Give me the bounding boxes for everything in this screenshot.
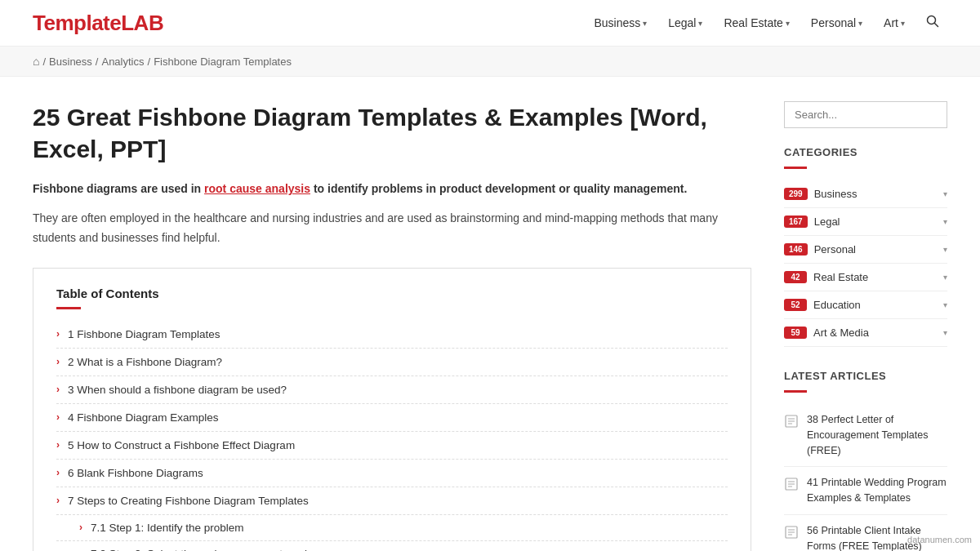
chevron-down-icon: ▾: [943, 245, 947, 254]
category-badge: 59: [784, 327, 807, 339]
category-label: Real Estate: [813, 271, 937, 283]
logo-template-text: Template: [33, 11, 121, 35]
toc-item[interactable]: ›6 Blank Fishbone Diagrams: [56, 460, 728, 487]
chevron-down-icon: ▾: [698, 19, 702, 28]
toc-sub-item[interactable]: ›7.1 Step 1: Identify the problem: [56, 515, 728, 541]
category-item[interactable]: 299Business▾: [784, 180, 947, 208]
article-title: 38 Perfect Letter of Encouragement Templ…: [807, 412, 947, 458]
content-area: 25 Great Fishbone Diagram Templates & Ex…: [33, 101, 751, 551]
toc-item[interactable]: ›3 When should a fishbone diagram be use…: [56, 376, 728, 404]
article-title: 41 Printable Wedding Program Examples & …: [807, 475, 947, 506]
toc-divider: [56, 307, 81, 309]
toc-arrow-icon: ›: [56, 439, 60, 451]
toc-list: ›1 Fishbone Diagram Templates›2 What is …: [56, 321, 728, 551]
categories-title: CATEGORIES: [784, 146, 947, 158]
latest-articles-underline: [784, 390, 807, 393]
search-input[interactable]: [784, 101, 947, 128]
page-title: 25 Great Fishbone Diagram Templates & Ex…: [33, 101, 751, 165]
sidebar: CATEGORIES 299Business▾167Legal▾146Perso…: [784, 101, 947, 551]
chevron-down-icon: ▾: [943, 328, 947, 337]
chevron-down-icon: ▾: [858, 19, 862, 28]
toc-arrow-icon: ›: [56, 384, 60, 395]
toc-item[interactable]: ›7 Steps to Creating Fishbone Diagram Te…: [56, 487, 728, 515]
toc-arrow-icon: ›: [56, 467, 60, 478]
latest-article-item[interactable]: 38 Perfect Letter of Encouragement Templ…: [784, 404, 947, 467]
table-of-contents: Table of Contents ›1 Fishbone Diagram Te…: [33, 268, 751, 551]
toc-sub-item[interactable]: ›7.2 Step 2: Select the major causes cat…: [56, 541, 728, 551]
category-label: Art & Media: [813, 327, 937, 339]
search-icon-button[interactable]: [918, 10, 947, 36]
breadcrumb-analytics[interactable]: Analytics: [101, 56, 144, 68]
nav-art[interactable]: Art ▾: [875, 11, 913, 34]
category-badge: 146: [784, 243, 808, 256]
nav-personal[interactable]: Personal ▾: [803, 11, 871, 34]
category-badge: 42: [784, 271, 807, 283]
toc-item[interactable]: ›5 How to Construct a Fishbone Effect Di…: [56, 432, 728, 460]
site-logo[interactable]: TemplateLAB: [33, 11, 163, 36]
category-label: Personal: [814, 243, 937, 256]
category-list: 299Business▾167Legal▾146Personal▾42Real …: [784, 180, 947, 347]
categories-underline: [784, 167, 807, 169]
home-icon[interactable]: ⌂: [33, 55, 39, 68]
latest-articles-title: LATEST ARTICLES: [784, 370, 947, 382]
toc-arrow-icon: ›: [79, 522, 82, 533]
search-box: [784, 101, 947, 128]
main-layout: 25 Great Fishbone Diagram Templates & Ex…: [0, 77, 980, 551]
toc-item[interactable]: ›4 Fishbone Diagram Examples: [56, 404, 728, 432]
nav-business[interactable]: Business ▾: [586, 11, 655, 34]
chevron-down-icon: ▾: [943, 273, 947, 282]
chevron-down-icon: ▾: [901, 19, 905, 28]
toc-item[interactable]: ›2 What is a Fishbone Diagram?: [56, 349, 728, 376]
article-icon: [784, 414, 799, 429]
svg-line-1: [935, 24, 938, 27]
category-item[interactable]: 59Art & Media▾: [784, 319, 947, 347]
category-item[interactable]: 52Education▾: [784, 291, 947, 319]
nav-real-estate[interactable]: Real Estate ▾: [715, 11, 797, 34]
toc-arrow-icon: ›: [79, 548, 82, 551]
main-nav: Business ▾ Legal ▾ Real Estate ▾ Persona…: [586, 10, 947, 36]
toc-arrow-icon: ›: [56, 356, 60, 367]
breadcrumb: ⌂ / Business / Analytics / Fishbone Diag…: [0, 47, 980, 77]
root-cause-analysis-link[interactable]: root cause analysis: [204, 182, 310, 195]
category-item[interactable]: 167Legal▾: [784, 208, 947, 236]
chevron-down-icon: ▾: [943, 217, 947, 226]
logo-lab-text: LAB: [121, 11, 163, 35]
category-label: Business: [814, 188, 937, 200]
category-item[interactable]: 146Personal▾: [784, 236, 947, 264]
intro-text: They are often employed in the healthcar…: [33, 209, 751, 248]
watermark: datanumen.com: [907, 535, 972, 544]
toc-arrow-icon: ›: [56, 411, 60, 423]
chevron-down-icon: ▾: [943, 300, 947, 309]
category-badge: 299: [784, 188, 808, 200]
chevron-down-icon: ▾: [943, 189, 947, 198]
toc-title: Table of Contents: [56, 287, 728, 300]
category-badge: 167: [784, 216, 808, 228]
category-badge: 52: [784, 299, 807, 311]
latest-article-item[interactable]: 41 Printable Wedding Program Examples & …: [784, 467, 947, 515]
toc-item[interactable]: ›1 Fishbone Diagram Templates: [56, 321, 728, 349]
article-icon: [784, 477, 799, 491]
latest-article-item[interactable]: 56 Printable Client Intake Forms (FREE T…: [784, 515, 947, 551]
chevron-down-icon: ▾: [786, 19, 790, 28]
toc-arrow-icon: ›: [56, 495, 60, 506]
breadcrumb-current: Fishbone Diagram Templates: [154, 56, 292, 68]
article-icon: [784, 525, 799, 540]
nav-legal[interactable]: Legal ▾: [660, 11, 710, 34]
category-label: Legal: [814, 216, 937, 228]
intro-bold: Fishbone diagrams are used in root cause…: [33, 180, 751, 198]
latest-articles-list: 38 Perfect Letter of Encouragement Templ…: [784, 404, 947, 551]
category-label: Education: [813, 299, 937, 311]
chevron-down-icon: ▾: [643, 19, 647, 28]
category-item[interactable]: 42Real Estate▾: [784, 264, 947, 291]
breadcrumb-business[interactable]: Business: [49, 56, 92, 68]
site-header: TemplateLAB Business ▾ Legal ▾ Real Esta…: [0, 0, 980, 47]
toc-arrow-icon: ›: [56, 328, 60, 340]
